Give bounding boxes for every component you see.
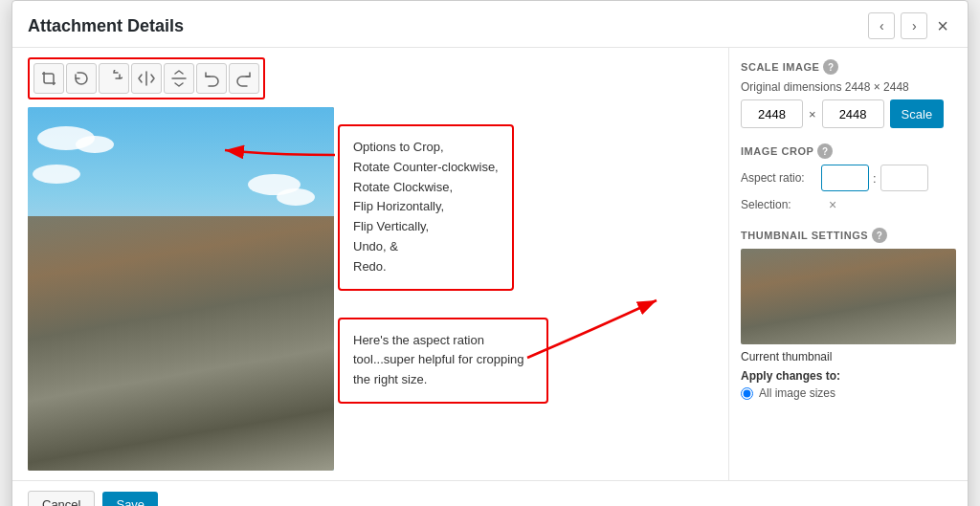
modal-body: Options to Crop, Rotate Counter-clockwis… (12, 48, 968, 480)
original-dimensions: Original dimensions 2448 × 2448 (741, 80, 956, 94)
right-panel: Rescale your image here. SCALE IMAGE ? (728, 48, 968, 480)
selection-label: Selection: (741, 198, 817, 211)
modal-title: Attachment Details (28, 16, 184, 36)
flip-h-button[interactable] (131, 63, 162, 94)
scale-section: SCALE IMAGE ? Original dimensions 2448 ×… (741, 59, 956, 128)
modal-header: Attachment Details ‹ › × (12, 1, 968, 48)
scale-height-input[interactable] (822, 99, 884, 128)
image-toolbar (28, 57, 265, 99)
all-sizes-label: All image sizes (759, 386, 835, 400)
redo-button[interactable] (229, 63, 259, 94)
scale-width-input[interactable] (741, 99, 803, 128)
next-nav-button[interactable]: › (901, 12, 927, 39)
crop-section: IMAGE CROP ? Aspect ratio: : Selection: … (741, 143, 956, 212)
aspect-callout-text: Here's the aspect ration tool...super he… (353, 333, 524, 387)
current-thumbnail-label: Current thumbnail (741, 350, 956, 363)
aspect-ratio-width-input[interactable] (821, 165, 869, 191)
thumbnail-label-text: THUMBNAIL SETTINGS (741, 230, 868, 241)
left-panel: Options to Crop, Rotate Counter-clockwis… (12, 48, 728, 480)
crop-aspect-ratio-row: Aspect ratio: : (741, 165, 956, 191)
crop-selection-row: Selection: × (741, 197, 956, 212)
close-button[interactable]: × (933, 15, 952, 37)
cloud (76, 136, 114, 153)
crop-label-text: IMAGE CROP (741, 145, 813, 157)
cancel-button[interactable]: Cancel (28, 491, 95, 506)
save-button[interactable]: Save (102, 492, 158, 506)
scale-section-label: SCALE IMAGE ? (741, 59, 956, 75)
modal-nav: ‹ › × (868, 12, 952, 39)
rotate-cw-button[interactable] (99, 63, 129, 94)
thumbnail-section-label: THUMBNAIL SETTINGS ? (741, 228, 956, 243)
prev-nav-button[interactable]: ‹ (868, 12, 895, 39)
mountain-area (28, 216, 334, 471)
aspect-callout-arrow (518, 291, 671, 367)
scale-button[interactable]: Scale (890, 99, 945, 128)
callout-arrow (215, 136, 340, 174)
thumbnail-section: THUMBNAIL SETTINGS ? Current thumbnail A… (741, 228, 956, 400)
scale-help-icon[interactable]: ? (823, 59, 838, 75)
rotate-ccw-button[interactable] (66, 63, 97, 94)
all-image-sizes-radio-row: All image sizes (741, 386, 956, 400)
attachment-details-modal: Attachment Details ‹ › × (11, 0, 969, 506)
aspect-ratio-label: Aspect ratio: (741, 171, 817, 185)
thumbnail-preview (741, 249, 956, 344)
selection-clear-icon[interactable]: × (829, 197, 836, 212)
cloud (33, 165, 80, 184)
cloud (277, 188, 315, 206)
all-sizes-radio[interactable] (741, 387, 753, 400)
scale-label-text: SCALE IMAGE (741, 61, 819, 73)
flip-v-button[interactable] (164, 63, 194, 94)
crop-tool-button[interactable] (33, 63, 64, 94)
aspect-ratio-height-input[interactable] (880, 165, 928, 191)
undo-button[interactable] (196, 63, 227, 94)
apply-changes-label: Apply changes to: (741, 369, 956, 383)
crop-help-icon[interactable]: ? (817, 143, 833, 159)
aspect-ratio-separator: : (873, 171, 877, 186)
scale-inputs: × Scale (741, 99, 956, 128)
crop-section-label: IMAGE CROP ? (741, 143, 956, 159)
scale-separator: × (809, 107, 816, 121)
options-callout-text: Options to Crop, Rotate Counter-clockwis… (353, 140, 499, 274)
options-callout: Options to Crop, Rotate Counter-clockwis… (338, 124, 514, 291)
aspect-callout: Here's the aspect ration tool...super he… (338, 318, 548, 404)
modal-footer: Cancel Save (12, 480, 968, 506)
thumbnail-help-icon[interactable]: ? (872, 228, 887, 243)
